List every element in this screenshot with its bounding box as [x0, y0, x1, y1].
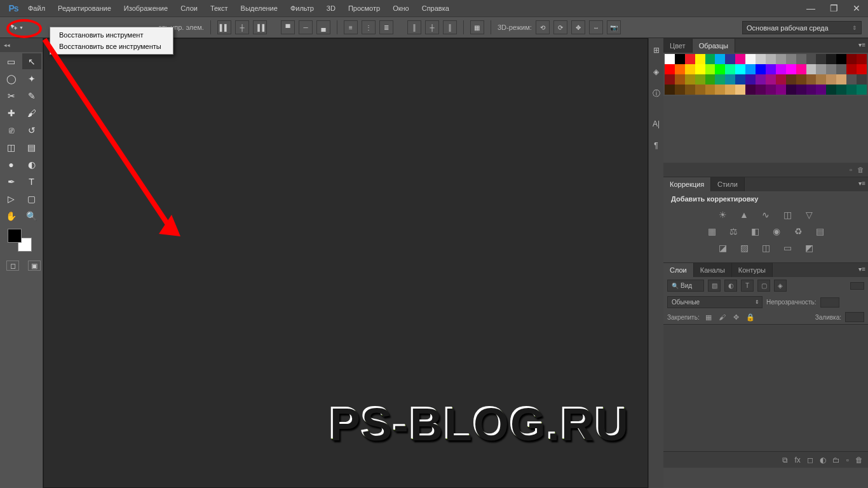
panel-menu-icon[interactable]: ▾≡	[858, 180, 865, 187]
blur-tool[interactable]: ●	[2, 156, 21, 172]
filter-shape-icon[interactable]: ▢	[757, 280, 770, 292]
swatch[interactable]	[846, 54, 857, 64]
distribute-right-button[interactable]: ║	[443, 20, 457, 34]
auto-align-button[interactable]: ▦	[470, 20, 484, 34]
menu-edit[interactable]: Редактирование	[51, 0, 118, 17]
swatch[interactable]	[695, 85, 705, 95]
roll-3d-button[interactable]: ⟳	[553, 20, 567, 34]
swatch[interactable]	[857, 54, 867, 64]
opacity-field[interactable]	[820, 297, 839, 308]
swatch[interactable]	[806, 64, 817, 74]
filter-type-icon[interactable]: T	[741, 280, 754, 292]
swatch[interactable]	[816, 54, 826, 64]
swatch[interactable]	[705, 64, 715, 74]
swatch[interactable]	[766, 64, 776, 74]
swatch[interactable]	[745, 85, 756, 95]
lock-all-icon[interactable]: 🔒	[745, 312, 756, 322]
navigator-icon[interactable]: ◈	[651, 66, 662, 78]
invert-icon[interactable]: ◪	[716, 242, 729, 254]
swatch[interactable]	[745, 74, 756, 85]
swatch[interactable]	[675, 85, 685, 95]
distribute-bottom-button[interactable]: ≣	[379, 20, 393, 34]
swatch[interactable]	[766, 54, 776, 64]
vibrance-icon[interactable]: ▽	[803, 209, 815, 220]
align-right-edges-button[interactable]: ▐▐	[253, 20, 267, 34]
filter-adjust-icon[interactable]: ◐	[724, 280, 737, 292]
swatch[interactable]	[816, 74, 826, 85]
selective-color-icon[interactable]: ◩	[803, 242, 815, 254]
swatch[interactable]	[857, 74, 867, 85]
bw-icon[interactable]: ◧	[749, 226, 761, 237]
new-layer-icon[interactable]: ▫	[846, 456, 849, 464]
swatch[interactable]	[776, 64, 786, 74]
align-left-edges-button[interactable]: ▌▌	[217, 20, 231, 34]
swatch[interactable]	[695, 64, 705, 74]
swatch[interactable]	[756, 54, 766, 64]
swatch[interactable]	[735, 54, 745, 64]
tab-layers[interactable]: Слои	[663, 263, 694, 277]
healing-brush-tool[interactable]: ✚	[2, 105, 21, 121]
lock-transparency-icon[interactable]: ▦	[703, 312, 714, 322]
swatch[interactable]	[756, 74, 766, 85]
shape-tool[interactable]: ▢	[22, 191, 41, 207]
link-layers-icon[interactable]: ⧉	[782, 456, 788, 464]
swatch[interactable]	[806, 85, 817, 95]
swatch[interactable]	[836, 74, 846, 85]
swatch[interactable]	[695, 74, 705, 85]
curves-icon[interactable]: ∿	[759, 209, 772, 220]
swatch[interactable]	[826, 85, 836, 95]
swatch[interactable]	[735, 74, 745, 85]
swatch[interactable]	[685, 85, 695, 95]
swatch[interactable]	[766, 85, 776, 95]
swatch[interactable]	[725, 74, 735, 85]
dodge-tool[interactable]: ◐	[22, 156, 41, 172]
distribute-vert-button[interactable]: ⋮	[362, 20, 376, 34]
color-balance-icon[interactable]: ⚖	[727, 226, 740, 237]
swatch[interactable]	[776, 85, 786, 95]
lock-pixels-icon[interactable]: 🖌	[717, 312, 728, 322]
eyedropper-tool[interactable]: ✎	[22, 88, 41, 104]
swatch[interactable]	[826, 64, 836, 74]
swatch[interactable]	[745, 64, 756, 74]
foreground-color[interactable]	[8, 229, 22, 243]
tools-header[interactable]: ◂◂	[0, 38, 43, 52]
new-swatch-icon[interactable]: ▫	[850, 166, 852, 173]
layer-style-icon[interactable]: fx	[794, 456, 800, 464]
close-button[interactable]: ✕	[845, 0, 868, 17]
path-selection-tool[interactable]: ▷	[2, 191, 21, 207]
paragraph-icon[interactable]: ¶	[651, 140, 662, 151]
swatch[interactable]	[725, 54, 735, 64]
swatch[interactable]	[715, 54, 725, 64]
filter-pixel-icon[interactable]: ▧	[708, 280, 721, 292]
swatch[interactable]	[806, 54, 817, 64]
distribute-left-button[interactable]: ║	[407, 20, 421, 34]
menu-filter[interactable]: Фильтр	[284, 0, 320, 17]
swatch[interactable]	[796, 54, 806, 64]
swatch[interactable]	[786, 74, 796, 85]
swatch[interactable]	[766, 74, 776, 85]
eraser-tool[interactable]: ◫	[2, 139, 21, 155]
swatch[interactable]	[725, 85, 735, 95]
swatch[interactable]	[826, 74, 836, 85]
hand-tool[interactable]: ✋	[2, 208, 21, 224]
zoom-tool[interactable]: 🔍	[22, 208, 41, 224]
maximize-button[interactable]: ❐	[822, 0, 845, 17]
menu-view[interactable]: Просмотр	[342, 0, 386, 17]
menu-type[interactable]: Текст	[204, 0, 234, 17]
tab-adjustments[interactable]: Коррекция	[663, 177, 711, 191]
slide-3d-button[interactable]: ↔	[589, 20, 603, 34]
swatch[interactable]	[715, 64, 725, 74]
menu-file[interactable]: Файл	[22, 0, 51, 17]
screen-mode-toggle[interactable]: ▣	[28, 261, 41, 271]
pan-3d-button[interactable]: ✥	[571, 20, 585, 34]
levels-icon[interactable]: ▲	[738, 209, 750, 220]
menu-3d[interactable]: 3D	[320, 0, 342, 17]
swatch[interactable]	[745, 54, 756, 64]
swatch[interactable]	[846, 74, 857, 85]
swatch[interactable]	[796, 85, 806, 95]
panel-menu-icon[interactable]: ▾≡	[858, 41, 865, 48]
swatch[interactable]	[776, 74, 786, 85]
menu-select[interactable]: Выделение	[234, 0, 284, 17]
filter-toggle[interactable]	[850, 282, 864, 290]
tab-swatches[interactable]: Образцы	[693, 39, 735, 53]
